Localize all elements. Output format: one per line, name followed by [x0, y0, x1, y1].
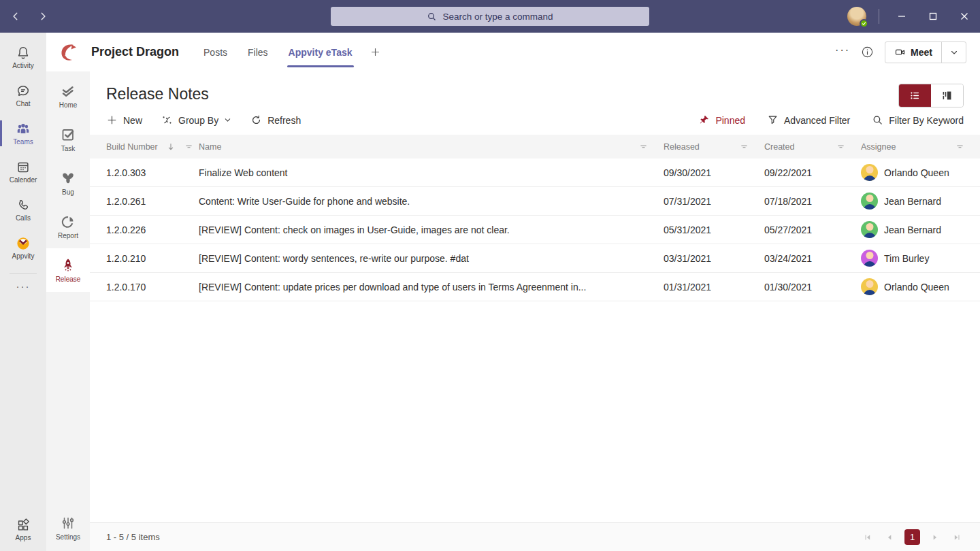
sidebar-label: Calls	[16, 215, 31, 222]
group-by-button[interactable]: Group By	[161, 114, 231, 126]
calls-icon	[16, 198, 31, 213]
cell-build-number: 1.2.0.210	[106, 253, 199, 264]
module-item-release[interactable]: Release	[46, 248, 90, 292]
tab-posts[interactable]: Posts	[203, 33, 227, 71]
channel-more-button[interactable]: ···	[835, 44, 850, 61]
list-view-icon	[909, 89, 921, 102]
sidebar-item-apps[interactable]: Apps	[0, 513, 46, 551]
search-icon	[872, 114, 883, 126]
table-body: 1.2.0.303 Finalize Web content 09/30/202…	[90, 158, 980, 301]
assignee-name: Jean Bernard	[884, 224, 941, 235]
module-item-report[interactable]: Report	[46, 205, 90, 248]
cell-created: 09/22/2021	[764, 167, 861, 178]
page-next-icon[interactable]	[928, 531, 942, 544]
report-icon	[60, 214, 76, 230]
sidebar-item-chat[interactable]: Chat	[0, 76, 46, 114]
plus-icon	[106, 114, 118, 126]
module-item-settings[interactable]: Settings	[46, 506, 90, 550]
sidebar-item-calendar[interactable]: Calender	[0, 152, 46, 190]
cell-assignee: Jean Bernard	[861, 221, 980, 238]
info-icon[interactable]	[861, 46, 874, 59]
module-label: Report	[58, 233, 78, 239]
chevron-down-icon	[224, 116, 231, 124]
cell-build-number: 1.2.0.226	[106, 224, 199, 235]
cell-build-number: 1.2.0.303	[106, 167, 199, 178]
sidebar-label: Teams	[13, 139, 33, 146]
column-name[interactable]: Name	[199, 141, 664, 152]
apps-icon	[16, 518, 31, 533]
column-label: Build Number	[106, 142, 158, 152]
back-icon[interactable]	[11, 12, 20, 21]
app-rail: Activity Chat Teams Calender Calls Appvi…	[0, 33, 46, 551]
meet-label: Meet	[911, 47, 932, 58]
sidebar-item-teams[interactable]: Teams	[0, 114, 46, 152]
advanced-filter-button[interactable]: Advanced Filter	[767, 114, 850, 126]
sidebar-item-activity[interactable]: Activity	[0, 38, 46, 76]
cell-name: [REVIEW] Content: wordy sentences, re-wr…	[199, 253, 664, 264]
page-last-icon[interactable]	[950, 531, 964, 544]
assignee-name: Tim Burley	[884, 253, 929, 264]
plus-icon	[370, 47, 380, 57]
column-filter-icon[interactable]	[638, 141, 649, 152]
column-filter-icon[interactable]	[739, 141, 749, 152]
column-filter-icon[interactable]	[836, 141, 846, 152]
task-icon	[60, 127, 76, 143]
tab-files[interactable]: Files	[248, 33, 268, 71]
minimize-button[interactable]	[886, 0, 917, 33]
filter-by-keyword-button[interactable]: Filter By Keyword	[872, 114, 964, 126]
sort-desc-icon[interactable]	[166, 142, 176, 152]
module-item-task[interactable]: Task	[46, 118, 90, 161]
cell-name: [REVIEW] Content: update prices per down…	[199, 282, 664, 293]
user-avatar[interactable]	[847, 7, 866, 26]
cell-created: 03/24/2021	[764, 253, 861, 264]
table-row[interactable]: 1.2.0.170 [REVIEW] Content: update price…	[90, 273, 980, 301]
module-item-home[interactable]: Home	[46, 74, 90, 118]
table-row[interactable]: 1.2.0.261 Content: Write User-Guide for …	[90, 187, 980, 216]
column-created[interactable]: Created	[764, 141, 861, 152]
forward-icon[interactable]	[38, 12, 48, 21]
column-filter-icon[interactable]	[184, 141, 194, 152]
meet-button[interactable]: Meet	[885, 41, 966, 63]
new-button[interactable]: New	[106, 114, 142, 126]
cell-assignee: Tim Burley	[861, 250, 980, 267]
close-button[interactable]	[949, 0, 980, 33]
camera-icon	[894, 46, 906, 58]
home-icon	[60, 83, 76, 99]
more-apps-icon[interactable]: ···	[0, 274, 46, 297]
module-label: Home	[59, 102, 78, 109]
module-item-bug[interactable]: Bug	[46, 161, 90, 205]
page-prev-icon[interactable]	[883, 531, 896, 544]
assignee-name: Orlando Queen	[884, 282, 949, 293]
table-row[interactable]: 1.2.0.303 Finalize Web content 09/30/202…	[90, 158, 980, 187]
board-view-button[interactable]	[931, 84, 963, 107]
bell-icon	[16, 46, 31, 61]
group-by-label: Group By	[178, 115, 218, 126]
column-label: Created	[764, 142, 794, 152]
maximize-button[interactable]	[917, 0, 949, 33]
search-input[interactable]: Search or type a command	[331, 7, 649, 26]
column-build-number[interactable]: Build Number	[106, 141, 199, 152]
cell-created: 05/27/2021	[764, 224, 861, 235]
sidebar-label: Appvity	[12, 253, 35, 260]
list-view-button[interactable]	[899, 84, 931, 107]
module-rail: Home Task Bug Report Release Settings	[46, 71, 90, 551]
page-first-icon[interactable]	[861, 531, 875, 544]
refresh-button[interactable]: Refresh	[250, 114, 301, 126]
page-number[interactable]: 1	[904, 529, 920, 545]
meet-dropdown-button[interactable]	[941, 42, 966, 63]
pinned-filter-button[interactable]: Pinned	[698, 114, 745, 126]
assignee-name: Orlando Queen	[884, 167, 949, 178]
add-tab-button[interactable]	[370, 47, 380, 57]
cell-name: Content: Write User-Guide for phone and …	[199, 196, 664, 207]
titlebar-divider	[879, 9, 879, 24]
view-toggle	[898, 84, 964, 107]
sidebar-item-calls[interactable]: Calls	[0, 190, 46, 229]
tab-appvity-etask[interactable]: Appvity eTask	[289, 33, 353, 71]
table-row[interactable]: 1.2.0.210 [REVIEW] Content: wordy senten…	[90, 244, 980, 273]
sidebar-item-appvity[interactable]: Appvity	[0, 229, 46, 267]
column-label: Assignee	[861, 142, 896, 152]
column-filter-icon[interactable]	[955, 141, 965, 152]
column-assignee[interactable]: Assignee	[861, 141, 980, 152]
table-row[interactable]: 1.2.0.226 [REVIEW] Content: check on ima…	[90, 216, 980, 244]
column-released[interactable]: Released	[664, 141, 764, 152]
